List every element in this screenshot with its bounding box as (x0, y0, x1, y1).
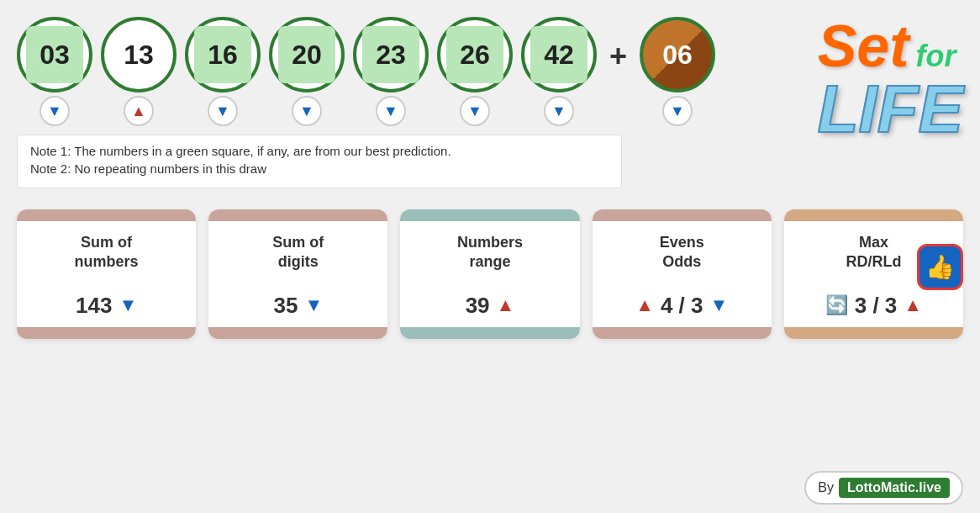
ball-wrapper-5: 23 ▼ (353, 17, 429, 126)
bonus-ball-wrapper: 06 ▼ (640, 17, 715, 126)
logo-area: Set for LIFE (818, 17, 963, 143)
arrow-btn-3[interactable]: ▼ (208, 96, 238, 126)
stat-arrow-up-3: ▲ (497, 294, 515, 316)
arrow-btn-bonus[interactable]: ▼ (662, 96, 693, 126)
top-section: 03 ▼ 13 ▲ (17, 17, 963, 201)
ball-2: 13 (101, 17, 177, 93)
stat-header-3: Numbersrange (400, 221, 579, 284)
stat-card-numbers-range: Numbersrange 39 ▲ (400, 209, 579, 339)
stat-number-2: 35 (273, 293, 298, 319)
lottomatik-label[interactable]: LottoMatic.live (839, 478, 950, 498)
ball-wrapper-1: 03 ▼ (17, 17, 92, 126)
stat-header-4: EvensOdds (593, 221, 772, 284)
arrow-btn-7[interactable]: ▼ (544, 96, 574, 126)
bar-top-5 (784, 209, 963, 221)
stat-number-3: 39 (466, 293, 490, 319)
bar-top-4 (593, 209, 772, 221)
stat-arrow-up-5: ▲ (904, 294, 922, 316)
down-arrow-icon-bonus: ▼ (670, 103, 685, 120)
arrow-btn-2[interactable]: ▲ (124, 96, 154, 126)
stat-value-5: 🔄 3 / 3 ▲ (784, 284, 963, 327)
note-2: Note 2: No repeating numbers in this dra… (30, 161, 609, 176)
by-lottomatik: By LottoMatic.live (804, 471, 963, 505)
stat-number-5: 3 / 3 (855, 293, 898, 319)
ball-inner-5: 23 (362, 26, 419, 83)
stat-value-4: ▲ 4 / 3 ▼ (593, 284, 772, 327)
arrow-btn-1[interactable]: ▼ (40, 96, 70, 126)
bar-bottom-5 (784, 327, 963, 339)
stat-arrow-down-1: ▼ (119, 294, 137, 316)
down-arrow-icon-1: ▼ (47, 103, 62, 120)
stat-value-1: 143 ▼ (17, 284, 196, 327)
stat-arrow-up-left-4: ▲ (635, 294, 654, 316)
stat-arrow-down-right-4: ▼ (710, 294, 729, 316)
ball-inner-6: 26 (446, 26, 503, 83)
stat-arrow-down-2: ▼ (304, 294, 323, 316)
bar-top-1 (17, 209, 196, 221)
stat-number-1: 143 (76, 293, 112, 319)
ball-wrapper-3: 16 ▼ (185, 17, 261, 126)
plus-sign: + (609, 39, 627, 104)
down-arrow-icon-3: ▼ (215, 103, 230, 120)
ball-3: 16 (185, 17, 261, 93)
ball-inner-7: 42 (530, 26, 587, 83)
stat-header-2: Sum ofdigits (208, 221, 387, 284)
bar-top-2 (208, 209, 387, 221)
stat-value-2: 35 ▼ (208, 284, 387, 327)
arrow-btn-5[interactable]: ▼ (376, 96, 406, 126)
ball-wrapper-6: 26 ▼ (437, 17, 513, 126)
ball-7: 42 (521, 17, 597, 93)
ball-wrapper-7: 42 ▼ (521, 17, 597, 126)
bar-bottom-1 (17, 327, 196, 339)
stat-card-sum-numbers: Sum ofnumbers 143 ▼ (17, 209, 196, 339)
bonus-ball: 06 (640, 17, 715, 93)
bar-top-3 (400, 209, 579, 221)
bar-bottom-3 (400, 327, 579, 339)
stat-value-3: 39 ▲ (400, 284, 579, 327)
bar-bottom-2 (208, 327, 387, 339)
stat-card-evens-odds: EvensOdds ▲ 4 / 3 ▼ (593, 209, 772, 339)
logo-for: for (916, 39, 956, 74)
arrow-btn-4[interactable]: ▼ (292, 96, 322, 126)
left-section: 03 ▼ 13 ▲ (17, 17, 801, 201)
up-arrow-icon-2: ▲ (131, 103, 146, 120)
ball-1: 03 (17, 17, 92, 93)
ball-5: 23 (353, 17, 429, 93)
thumbs-up-button[interactable]: 👍 (917, 244, 963, 290)
ball-inner-4: 20 (278, 26, 335, 83)
ball-inner-3: 16 (194, 26, 251, 83)
ball-inner-1: 03 (26, 26, 83, 83)
down-arrow-icon-5: ▼ (383, 103, 398, 120)
arrow-btn-6[interactable]: ▼ (460, 96, 490, 126)
down-arrow-icon-4: ▼ (299, 103, 314, 120)
ball-row: 03 ▼ 13 ▲ (17, 17, 801, 126)
main-container: 03 ▼ 13 ▲ (0, 0, 980, 513)
ball-6: 26 (437, 17, 513, 93)
stat-header-1: Sum ofnumbers (17, 221, 196, 284)
down-arrow-icon-7: ▼ (551, 103, 566, 120)
stat-refresh-icon-5: 🔄 (825, 294, 848, 316)
by-label: By (818, 480, 834, 495)
note-1: Note 1: The numbers in a green square, i… (30, 144, 609, 158)
stat-card-sum-digits: Sum ofdigits 35 ▼ (208, 209, 387, 339)
stats-row: Sum ofnumbers 143 ▼ Sum ofdigits 35 ▼ Nu… (17, 209, 963, 339)
notes-section: Note 1: The numbers in a green square, i… (17, 135, 622, 188)
stat-number-4: 4 / 3 (661, 293, 703, 319)
down-arrow-icon-6: ▼ (467, 103, 482, 120)
logo-set: Set (818, 17, 909, 76)
ball-wrapper-4: 20 ▼ (269, 17, 345, 126)
ball-wrapper-2: 13 ▲ (101, 17, 177, 126)
bar-bottom-4 (593, 327, 772, 339)
logo-life: LIFE (818, 76, 963, 143)
thumbs-up-icon: 👍 (925, 253, 955, 281)
ball-4: 20 (269, 17, 345, 93)
